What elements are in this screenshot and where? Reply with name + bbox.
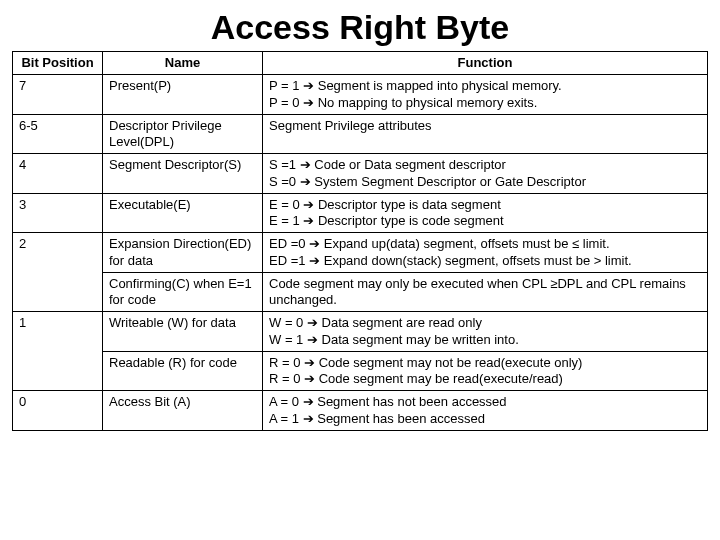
cell-bit: 3 xyxy=(13,193,103,233)
header-func: Function xyxy=(263,52,708,75)
cell-name: Readable (R) for code xyxy=(103,351,263,391)
cell-name: Expansion Direction(ED) for data xyxy=(103,233,263,273)
cell-func: Segment Privilege attributes xyxy=(263,114,708,154)
cell-name: Descriptor Privilege Level(DPL) xyxy=(103,114,263,154)
cell-func: W = 0 ➔ Data segment are read onlyW = 1 … xyxy=(263,312,708,352)
access-right-table: Bit Position Name Function 7 Present(P) … xyxy=(12,51,708,431)
table-row: 0 Access Bit (A) A = 0 ➔ Segment has not… xyxy=(13,391,708,431)
cell-func: A = 0 ➔ Segment has not been accessedA =… xyxy=(263,391,708,431)
cell-func: S =1 ➔ Code or Data segment descriptorS … xyxy=(263,154,708,194)
cell-name: Confirming(C) when E=1 for code xyxy=(103,272,263,312)
cell-bit: 6-5 xyxy=(13,114,103,154)
cell-func: P = 1 ➔ Segment is mapped into physical … xyxy=(263,75,708,115)
cell-name: Executable(E) xyxy=(103,193,263,233)
cell-func: ED =0 ➔ Expand up(data) segment, offsets… xyxy=(263,233,708,273)
cell-func: R = 0 ➔ Code segment may not be read(exe… xyxy=(263,351,708,391)
table-row: 1 Writeable (W) for data W = 0 ➔ Data se… xyxy=(13,312,708,352)
cell-bit: 2 xyxy=(13,233,103,312)
cell-bit: 0 xyxy=(13,391,103,431)
cell-bit: 1 xyxy=(13,312,103,391)
cell-func: E = 0 ➔ Descriptor type is data segmentE… xyxy=(263,193,708,233)
header-name: Name xyxy=(103,52,263,75)
cell-name: Present(P) xyxy=(103,75,263,115)
table-row: 7 Present(P) P = 1 ➔ Segment is mapped i… xyxy=(13,75,708,115)
table-row: 2 Expansion Direction(ED) for data ED =0… xyxy=(13,233,708,273)
table-row: 3 Executable(E) E = 0 ➔ Descriptor type … xyxy=(13,193,708,233)
table-row: Confirming(C) when E=1 for code Code seg… xyxy=(13,272,708,312)
cell-func: Code segment may only be executed when C… xyxy=(263,272,708,312)
table-row: 6-5 Descriptor Privilege Level(DPL) Segm… xyxy=(13,114,708,154)
table-header-row: Bit Position Name Function xyxy=(13,52,708,75)
header-bit: Bit Position xyxy=(13,52,103,75)
table-row: 4 Segment Descriptor(S) S =1 ➔ Code or D… xyxy=(13,154,708,194)
cell-bit: 4 xyxy=(13,154,103,194)
cell-name: Writeable (W) for data xyxy=(103,312,263,352)
page-title: Access Right Byte xyxy=(12,8,708,47)
table-row: Readable (R) for code R = 0 ➔ Code segme… xyxy=(13,351,708,391)
cell-bit: 7 xyxy=(13,75,103,115)
cell-name: Segment Descriptor(S) xyxy=(103,154,263,194)
cell-name: Access Bit (A) xyxy=(103,391,263,431)
